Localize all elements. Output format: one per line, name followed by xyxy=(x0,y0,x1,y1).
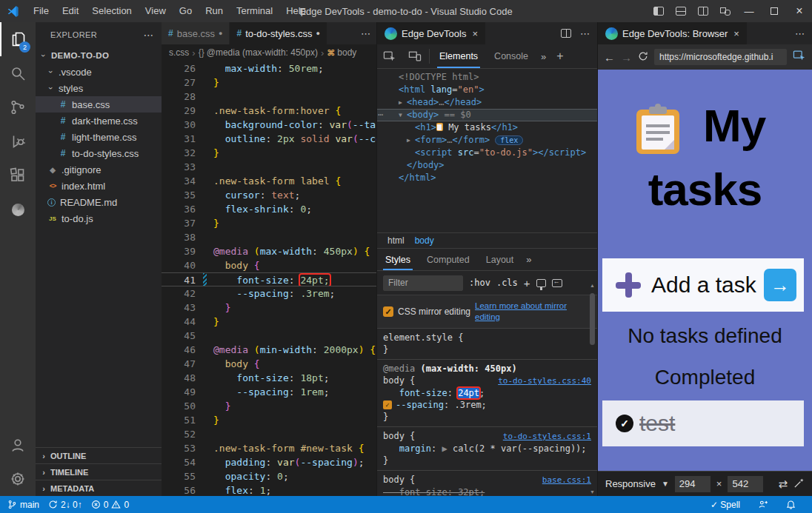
style-rule-row[interactable]: ✓--spacing: .3rem; xyxy=(377,399,597,411)
explorer-item-to-do-js[interactable]: JSto-do.js xyxy=(36,210,162,227)
inspect-icon[interactable] xyxy=(377,44,402,68)
feedback-icon[interactable] xyxy=(758,500,768,509)
chevron-down-icon[interactable]: ▼ xyxy=(662,480,669,488)
code-line-51[interactable]: 51} xyxy=(162,413,376,427)
expand-arrow-icon[interactable]: ▼ xyxy=(399,109,407,121)
explorer-item-demo-to-do[interactable]: ›DEMO-TO-DO xyxy=(36,47,162,64)
edge-devtools-icon[interactable] xyxy=(0,192,36,227)
code-line-49[interactable]: 49 --spacing: 1rem; xyxy=(162,385,376,399)
git-branch-item[interactable]: main xyxy=(7,500,39,510)
device-emulation-icon[interactable] xyxy=(402,44,427,68)
code-line-43[interactable]: 43 } xyxy=(162,301,376,315)
url-bar[interactable]: https://microsoftedge.github.i xyxy=(654,49,787,65)
toggle-secondary-sidebar-icon[interactable] xyxy=(692,0,714,22)
devtools-tab[interactable]: Edge DevTools × xyxy=(377,22,485,44)
style-rule-row[interactable]: } xyxy=(377,455,597,466)
sync-item[interactable]: 2↓ 0↑ xyxy=(48,500,82,510)
viewport-height-input[interactable] xyxy=(728,476,763,492)
tab-elements[interactable]: Elements xyxy=(431,44,486,68)
stylesheet-link[interactable]: to-do-styles.css:40 xyxy=(493,375,591,387)
explorer-item-to-do-styles-css[interactable]: #to-do-styles.css xyxy=(36,145,162,161)
style-rule-row[interactable]: font-size: 24pt; xyxy=(377,387,597,399)
minimize-button[interactable]: — xyxy=(736,0,762,22)
browser-tab[interactable]: Edge DevTools: Browser × xyxy=(598,22,747,44)
element-crumb-body[interactable]: body xyxy=(410,235,439,246)
code-line-35[interactable]: 35 cursor: text; xyxy=(162,188,376,202)
stylesheet-link[interactable]: base.css:1 xyxy=(538,475,591,486)
menu-selection[interactable]: Selection xyxy=(85,0,138,22)
style-rule-row[interactable]: } xyxy=(377,411,597,423)
code-line-37[interactable]: 37} xyxy=(162,216,376,230)
mirror-checkbox[interactable]: ✓ xyxy=(383,306,393,317)
device-mode-select[interactable]: Responsive xyxy=(605,478,656,489)
close-icon[interactable]: × xyxy=(733,28,739,39)
code-line-27[interactable]: 27} xyxy=(162,76,376,90)
collapse-arrow-icon[interactable]: ▶ xyxy=(399,96,407,109)
explorer-item-vscode[interactable]: ›.vscode xyxy=(36,64,162,80)
pseudo-state-button[interactable]: :hov xyxy=(469,278,490,288)
breadcrumb-media[interactable]: @media (max-width: 450px) xyxy=(207,47,318,58)
settings-gear-icon[interactable] xyxy=(0,462,36,496)
menu-edit[interactable]: Edit xyxy=(56,0,85,22)
code-line-50[interactable]: 50 } xyxy=(162,399,376,413)
code-line-39[interactable]: 39@media (max-width: 450px) { xyxy=(162,244,376,258)
code-line-26[interactable]: 26 max-width: 50rem; xyxy=(162,61,376,76)
code-line-46[interactable]: 46@media (min-width: 2000px) { xyxy=(162,343,376,357)
dom-node[interactable]: </html> xyxy=(377,172,597,184)
run-debug-icon[interactable] xyxy=(0,124,36,158)
style-rule-row[interactable]: body {to-do-styles.css:40 xyxy=(377,375,597,387)
code-line-54[interactable]: 54 padding: var(--spacing); xyxy=(162,455,376,469)
account-icon[interactable] xyxy=(0,428,36,462)
section-timeline[interactable]: ›TIMELINE xyxy=(36,463,162,480)
inspect-page-icon[interactable] xyxy=(793,50,806,64)
more-actions-icon[interactable]: ⋯ xyxy=(795,28,805,39)
explorer-item-dark-theme-css[interactable]: #dark-theme.css xyxy=(36,113,162,129)
add-task-label[interactable]: Add a task xyxy=(651,272,756,298)
property-checkbox[interactable]: ✓ xyxy=(383,400,392,409)
dom-node[interactable]: <html lang="en"> xyxy=(377,84,597,96)
tab-base-css[interactable]: # base.css ● xyxy=(162,22,230,44)
breadcrumb-selector[interactable]: body xyxy=(337,47,356,58)
explorer-item-styles[interactable]: ›styles xyxy=(36,80,162,96)
split-editor-icon[interactable] xyxy=(561,29,571,38)
dom-node[interactable]: </body> xyxy=(377,159,597,172)
auto-fix-icon[interactable] xyxy=(793,477,805,491)
refresh-icon[interactable] xyxy=(638,51,648,64)
maximize-button[interactable] xyxy=(762,0,787,22)
modified-dot-icon[interactable]: ● xyxy=(316,30,319,37)
more-actions-icon[interactable]: ⋯ xyxy=(580,28,590,39)
code-line-48[interactable]: 48 font-size: 18pt; xyxy=(162,371,376,385)
color-format-icon[interactable] xyxy=(536,279,546,287)
explorer-item-readme-md[interactable]: iREADME.md xyxy=(36,194,162,210)
computed-sidebar-icon[interactable] xyxy=(552,279,562,287)
explorer-icon[interactable]: 2 xyxy=(0,22,36,56)
menu-view[interactable]: View xyxy=(139,0,173,22)
rotate-viewport-icon[interactable]: ⇄ xyxy=(778,477,788,491)
mirror-learn-more-link[interactable]: Learn more about mirror editing xyxy=(475,301,586,323)
code-line-36[interactable]: 36 flex-shrink: 0; xyxy=(162,202,376,216)
code-line-38[interactable]: 38 xyxy=(162,230,376,244)
dom-node[interactable]: <h1> My tasks</h1> xyxy=(377,121,597,134)
code-line-31[interactable]: 31 outline: 2px solid var(--co xyxy=(162,132,376,146)
close-icon[interactable]: × xyxy=(472,28,478,39)
code-line-33[interactable]: 33 xyxy=(162,160,376,174)
code-line-47[interactable]: 47 body { xyxy=(162,357,376,371)
style-rule-row[interactable]: } xyxy=(377,343,597,355)
back-icon[interactable]: ← xyxy=(604,51,615,64)
explorer-item-light-theme-css[interactable]: #light-theme.css xyxy=(36,129,162,145)
menu-file[interactable]: File xyxy=(27,0,56,22)
code-line-45[interactable]: 45 xyxy=(162,329,376,343)
add-task-submit-button[interactable]: → xyxy=(764,269,796,301)
customize-layout-icon[interactable] xyxy=(714,0,736,22)
forward-icon[interactable]: → xyxy=(621,51,632,64)
extensions-icon[interactable] xyxy=(0,158,36,192)
code-line-53[interactable]: 53.new-task-form #new-task { xyxy=(162,441,376,455)
close-button[interactable]: × xyxy=(787,0,812,22)
element-crumb-html[interactable]: html xyxy=(383,235,409,246)
notifications-bell-icon[interactable] xyxy=(786,500,796,509)
style-rule-row[interactable]: margin: ▶ calc(2 * var(--spacing)); xyxy=(377,443,597,455)
editor-actions-more-icon[interactable]: ⋯ xyxy=(355,22,376,44)
menu-run[interactable]: Run xyxy=(199,0,230,22)
more-tabs-icon[interactable]: » xyxy=(536,44,550,68)
styles-scrollbar[interactable]: ▲ ▼ xyxy=(588,283,596,494)
